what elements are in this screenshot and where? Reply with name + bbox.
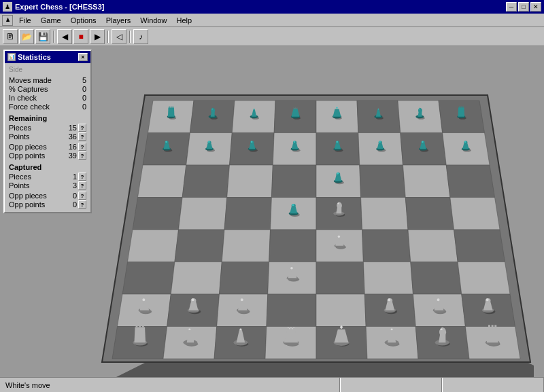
stats-cap-opp-points-row: Opp points 0 ? bbox=[9, 200, 86, 209]
toolbar-sep-1 bbox=[53, 31, 54, 43]
stats-opp-points-value: 39 bbox=[69, 152, 77, 160]
stats-cap-pieces-row: Pieces 1 ? bbox=[9, 173, 86, 181]
stats-cap-opp-pieces-value: 0 bbox=[69, 192, 77, 200]
menu-game[interactable]: Game bbox=[37, 15, 65, 26]
stats-opp-pieces-value: 16 bbox=[69, 143, 77, 151]
stats-close-button[interactable]: × bbox=[78, 53, 88, 61]
stats-forcecheck-row: Force check 0 bbox=[9, 103, 86, 111]
stats-opp-points-row: Opp points 39 ? bbox=[9, 152, 86, 160]
close-button[interactable]: ✕ bbox=[530, 2, 541, 12]
window-title: Expert Chess - [CHESS3] bbox=[15, 3, 104, 11]
stats-captures-value: 0 bbox=[78, 85, 86, 93]
stats-cap-points-value: 3 bbox=[69, 181, 77, 190]
menu-options[interactable]: Options bbox=[67, 15, 101, 26]
stats-cap-points-label: Points bbox=[9, 181, 30, 190]
stats-icon: 📊 bbox=[7, 53, 16, 61]
stats-rem-pieces-label: Pieces bbox=[9, 124, 31, 132]
stats-rem-points-value: 36 bbox=[69, 132, 77, 141]
stats-cap-points-value-group: 3 ? bbox=[69, 181, 86, 190]
stats-cap-opp-pieces-row: Opp pieces 0 ? bbox=[9, 192, 86, 200]
stats-cap-pieces-label: Pieces bbox=[9, 173, 31, 181]
stats-cap-opp-points-value-group: 0 ? bbox=[69, 200, 86, 209]
minimize-button[interactable]: ─ bbox=[506, 2, 517, 12]
chess-board-area[interactable] bbox=[99, 46, 544, 377]
stats-opp-pieces-value-group: 16 ? bbox=[69, 143, 86, 151]
stats-moves-made-label: Moves made bbox=[9, 76, 52, 84]
stats-incheck-row: In check 0 bbox=[9, 94, 86, 102]
stats-captures-value-group: 0 bbox=[78, 85, 86, 93]
menu-window[interactable]: Window bbox=[136, 15, 171, 26]
stats-title-bar: 📊 Statistics × bbox=[5, 51, 90, 63]
app-icon: ♟ bbox=[3, 2, 12, 12]
toolbar-sep-3 bbox=[129, 31, 131, 43]
stats-opp-points-label: Opp points bbox=[9, 152, 45, 160]
stats-side-label: Side bbox=[9, 66, 86, 73]
stats-cap-pieces-help[interactable]: ? bbox=[78, 173, 86, 181]
stats-forcecheck-value: 0 bbox=[78, 103, 86, 111]
stats-opp-points-help[interactable]: ? bbox=[78, 152, 86, 160]
stats-opp-pieces-label: Opp pieces bbox=[9, 143, 47, 151]
stats-forcecheck-label: Force check bbox=[9, 103, 50, 111]
title-bar: ♟ Expert Chess - [CHESS3] ─ □ ✕ bbox=[0, 0, 544, 14]
status-section-2 bbox=[442, 378, 544, 392]
stats-remaining-title: Remaining bbox=[9, 114, 86, 122]
toolbar-music[interactable]: ♪ bbox=[133, 29, 148, 44]
title-buttons: ─ □ ✕ bbox=[506, 2, 541, 12]
toolbar: 🖹 📂 💾 ◀ ■ ▶ ◁ ♪ bbox=[0, 27, 544, 46]
stats-cap-pieces-value-group: 1 ? bbox=[69, 173, 86, 181]
status-bar: White's move bbox=[0, 377, 544, 392]
chess-canvas[interactable] bbox=[99, 46, 534, 379]
stats-body: Side Moves made 5 % Captures 0 In check … bbox=[5, 63, 90, 212]
menu-bar: ♟ File Game Options Players Window Help bbox=[0, 14, 544, 27]
stats-incheck-value: 0 bbox=[78, 94, 86, 102]
stats-cap-opp-pieces-help[interactable]: ? bbox=[78, 192, 86, 200]
stats-title-left: 📊 Statistics bbox=[7, 53, 51, 61]
menu-file[interactable]: File bbox=[15, 15, 35, 26]
stats-rem-pieces-help[interactable]: ? bbox=[78, 124, 86, 132]
title-bar-left: ♟ Expert Chess - [CHESS3] bbox=[3, 2, 104, 12]
stats-rem-pieces-row: Pieces 15 ? bbox=[9, 124, 86, 132]
toolbar-save[interactable]: 💾 bbox=[35, 29, 50, 44]
stats-rem-pieces-value: 15 bbox=[69, 124, 77, 132]
status-section-1 bbox=[340, 378, 442, 392]
stats-captures-row: % Captures 0 bbox=[9, 85, 86, 93]
toolbar-sep-2 bbox=[107, 31, 109, 43]
stats-incheck-label: In check bbox=[9, 94, 37, 102]
stats-cap-opp-points-value: 0 bbox=[69, 200, 77, 209]
stats-moves-made-row: Moves made 5 bbox=[9, 76, 86, 84]
stats-incheck-value-group: 0 bbox=[78, 94, 86, 102]
stats-opp-pieces-row: Opp pieces 16 ? bbox=[9, 143, 86, 151]
toolbar-open[interactable]: 📂 bbox=[19, 29, 34, 44]
toolbar-stop[interactable]: ■ bbox=[73, 29, 88, 44]
stats-rem-points-row: Points 36 ? bbox=[9, 132, 86, 141]
menu-help[interactable]: Help bbox=[172, 15, 196, 26]
main-content: 📊 Statistics × Side Moves made 5 % Captu… bbox=[0, 46, 544, 377]
stats-cap-opp-pieces-value-group: 0 ? bbox=[69, 192, 86, 200]
stats-panel: 📊 Statistics × Side Moves made 5 % Captu… bbox=[3, 50, 92, 213]
stats-rem-points-value-group: 36 ? bbox=[69, 132, 86, 141]
app-menu-icon[interactable]: ♟ bbox=[2, 15, 13, 26]
maximize-button[interactable]: □ bbox=[518, 2, 529, 12]
stats-cap-opp-pieces-label: Opp pieces bbox=[9, 192, 47, 200]
stats-title: Statistics bbox=[18, 53, 51, 61]
stats-cap-points-row: Points 3 ? bbox=[9, 181, 86, 190]
stats-cap-opp-points-help[interactable]: ? bbox=[78, 200, 86, 209]
stats-moves-made-value: 5 bbox=[78, 76, 86, 84]
stats-rem-points-label: Points bbox=[9, 132, 30, 141]
toolbar-prev[interactable]: ◁ bbox=[112, 29, 126, 44]
stats-captured-title: Captured bbox=[9, 163, 86, 171]
toolbar-forward[interactable]: ▶ bbox=[90, 29, 105, 44]
stats-moves-made-value-group: 5 bbox=[78, 76, 86, 84]
stats-captures-label: % Captures bbox=[9, 85, 48, 93]
stats-opp-pieces-help[interactable]: ? bbox=[78, 143, 86, 151]
stats-opp-points-value-group: 39 ? bbox=[69, 152, 86, 160]
toolbar-new[interactable]: 🖹 bbox=[3, 29, 18, 44]
stats-rem-pieces-value-group: 15 ? bbox=[69, 124, 86, 132]
stats-cap-points-help[interactable]: ? bbox=[78, 181, 86, 190]
stats-forcecheck-value-group: 0 bbox=[78, 103, 86, 111]
status-text: White's move bbox=[0, 378, 340, 392]
stats-rem-points-help[interactable]: ? bbox=[78, 132, 86, 141]
menu-players[interactable]: Players bbox=[102, 15, 135, 26]
stats-cap-opp-points-label: Opp points bbox=[9, 200, 45, 209]
toolbar-back[interactable]: ◀ bbox=[57, 29, 72, 44]
